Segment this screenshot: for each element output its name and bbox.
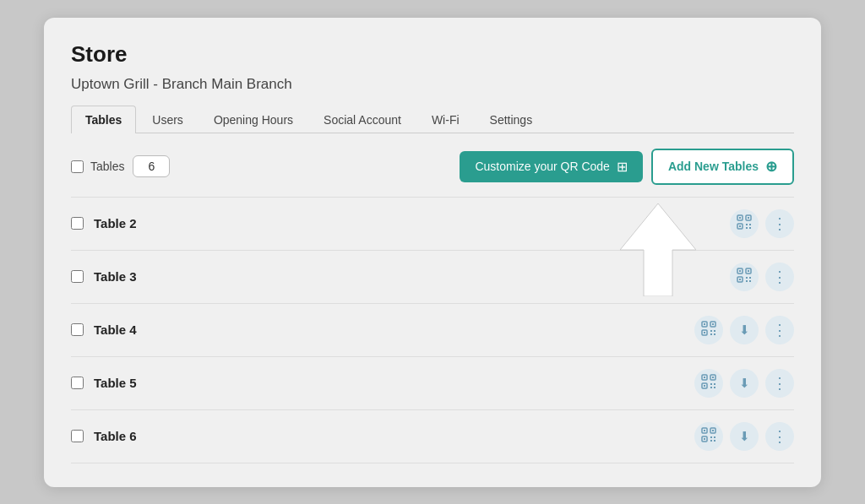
svg-rect-28 <box>714 330 715 332</box>
svg-rect-9 <box>746 227 748 229</box>
svg-rect-19 <box>746 280 748 282</box>
svg-rect-27 <box>710 330 712 332</box>
tab-wifi[interactable]: Wi-Fi <box>417 106 474 133</box>
svg-rect-18 <box>749 277 751 279</box>
svg-rect-20 <box>749 280 751 282</box>
qr-icon <box>701 427 716 446</box>
svg-rect-29 <box>710 333 712 335</box>
dots-icon: ⋮ <box>772 216 787 231</box>
qr-code-icon: ⊞ <box>617 159 628 175</box>
qr-code-button[interactable] <box>694 422 723 451</box>
download-button[interactable]: ⬇ <box>730 422 759 451</box>
svg-rect-50 <box>714 440 715 442</box>
table-row: Table 6 <box>71 410 794 463</box>
svg-rect-22 <box>704 323 705 325</box>
svg-rect-44 <box>712 430 714 431</box>
more-options-button[interactable]: ⋮ <box>765 316 794 344</box>
svg-rect-12 <box>739 270 741 272</box>
qr-code-button[interactable] <box>694 369 723 398</box>
svg-rect-24 <box>712 323 714 325</box>
tables-count-input[interactable] <box>133 155 170 177</box>
row-actions: ⋮ <box>730 209 794 238</box>
more-options-button[interactable]: ⋮ <box>765 369 794 398</box>
toolbar: Tables Customize your QR Code ⊞ Add New … <box>71 149 794 185</box>
table-row: Table 2 <box>71 198 794 251</box>
more-options-button[interactable]: ⋮ <box>765 209 794 238</box>
table-row-name: Table 6 <box>94 429 684 443</box>
download-icon: ⬇ <box>739 376 750 391</box>
svg-rect-2 <box>739 217 741 219</box>
download-button[interactable]: ⬇ <box>730 369 759 398</box>
svg-rect-49 <box>710 440 712 442</box>
select-all-checkbox[interactable] <box>71 160 84 173</box>
tab-opening-hours[interactable]: Opening Hours <box>199 106 307 133</box>
dots-icon: ⋮ <box>772 321 787 339</box>
customize-qr-button[interactable]: Customize your QR Code ⊞ <box>460 151 643 182</box>
qr-code-button[interactable] <box>730 263 759 291</box>
table-row: Table 3 <box>71 251 794 304</box>
table-row-name: Table 3 <box>94 269 720 284</box>
download-icon: ⬇ <box>739 322 750 338</box>
svg-rect-38 <box>714 383 715 385</box>
svg-rect-34 <box>712 377 714 378</box>
qr-icon <box>701 374 716 393</box>
svg-rect-46 <box>704 438 705 440</box>
table-row: Table 4 <box>71 304 794 357</box>
qr-icon <box>737 268 752 286</box>
svg-rect-39 <box>710 387 712 388</box>
svg-rect-36 <box>704 385 705 387</box>
svg-rect-48 <box>714 436 715 438</box>
svg-rect-47 <box>710 436 712 438</box>
plus-icon: ⊕ <box>765 158 777 176</box>
table-row-checkbox[interactable] <box>71 430 84 442</box>
table-row-checkbox[interactable] <box>71 323 84 336</box>
qr-icon <box>737 214 752 233</box>
qr-icon <box>701 321 716 339</box>
more-options-button[interactable]: ⋮ <box>765 263 794 291</box>
row-actions: ⬇ ⋮ <box>694 422 794 451</box>
page-title: Store <box>71 41 794 68</box>
table-row-name: Table 5 <box>94 376 684 390</box>
svg-rect-6 <box>739 225 741 227</box>
download-icon: ⬇ <box>739 429 750 444</box>
tables-select-all-label[interactable]: Tables <box>71 160 124 173</box>
svg-rect-7 <box>746 224 748 225</box>
dots-icon: ⋮ <box>772 374 787 393</box>
row-actions: ⋮ <box>730 263 794 291</box>
more-options-button[interactable]: ⋮ <box>765 422 794 451</box>
tab-users[interactable]: Users <box>138 106 198 133</box>
row-actions: ⬇ ⋮ <box>694 369 794 398</box>
svg-rect-26 <box>704 332 705 333</box>
svg-rect-37 <box>710 383 712 385</box>
svg-rect-16 <box>739 279 741 280</box>
add-new-tables-button[interactable]: Add New Tables ⊕ <box>651 149 794 185</box>
table-list: Table 2 <box>71 197 794 463</box>
svg-rect-10 <box>749 227 751 229</box>
row-actions: ⬇ ⋮ <box>694 316 794 344</box>
table-row-checkbox[interactable] <box>71 217 84 230</box>
svg-rect-42 <box>704 430 705 431</box>
svg-rect-30 <box>714 333 715 335</box>
svg-rect-17 <box>746 277 748 279</box>
tab-tables[interactable]: Tables <box>71 106 136 133</box>
svg-rect-40 <box>714 387 715 388</box>
tab-settings[interactable]: Settings <box>476 106 547 133</box>
table-row-checkbox[interactable] <box>71 377 84 389</box>
table-row-name: Table 2 <box>94 216 720 230</box>
store-subtitle: Uptown Grill - Branch Main Branch <box>71 76 794 93</box>
table-row: Table 5 <box>71 357 794 410</box>
table-row-name: Table 4 <box>94 322 684 337</box>
main-panel: Store Uptown Grill - Branch Main Branch … <box>44 18 821 487</box>
svg-rect-4 <box>748 217 749 219</box>
svg-rect-32 <box>704 377 705 378</box>
dots-icon: ⋮ <box>772 427 787 446</box>
svg-rect-14 <box>748 270 749 272</box>
table-row-checkbox[interactable] <box>71 270 84 283</box>
tab-social-account[interactable]: Social Account <box>309 106 416 133</box>
svg-rect-8 <box>749 224 751 225</box>
qr-code-button[interactable] <box>730 209 759 238</box>
dots-icon: ⋮ <box>772 268 787 286</box>
download-button[interactable]: ⬇ <box>730 316 759 344</box>
tabs-bar: Tables Users Opening Hours Social Accoun… <box>71 105 794 133</box>
qr-code-button[interactable] <box>694 316 723 344</box>
